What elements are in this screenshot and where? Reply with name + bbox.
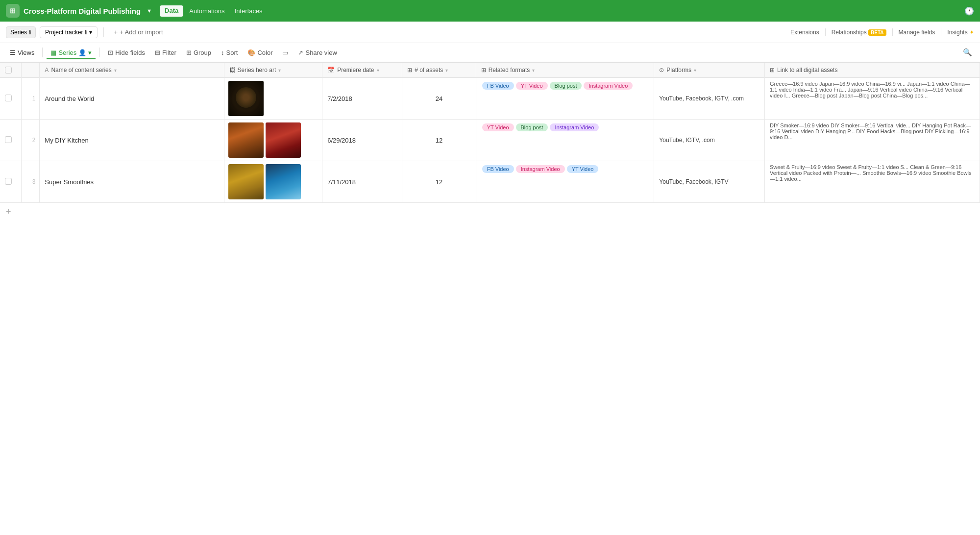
col-header-assets[interactable]: ⊞ # of assets ▾ [402, 63, 476, 78]
relationships-link[interactable]: Relationships BETA [832, 29, 886, 36]
search-button[interactable]: 🔍 [961, 46, 974, 59]
filter-icon: ⊟ [155, 49, 160, 56]
nav-automations-tab[interactable]: Automations [185, 5, 228, 17]
row-checkbox-cell [0, 78, 21, 120]
toolbar1: Series ℹ Project tracker ℹ ▾ + + Add or … [0, 22, 980, 43]
color-button[interactable]: 🎨 Color [244, 47, 276, 58]
name-col-sort[interactable]: ▾ [114, 68, 117, 73]
format-tag[interactable]: Instagram Video [584, 82, 633, 90]
date-col-sort[interactable]: ▾ [377, 68, 379, 73]
art-thumbnail[interactable] [266, 122, 301, 158]
row-checkbox[interactable] [5, 178, 12, 185]
nav-links: Data Automations Interfaces [156, 5, 267, 17]
platforms-col-sort[interactable]: ▾ [694, 68, 696, 73]
top-nav: ⊞ Cross-Platform Digital Publishing ▼ Da… [0, 0, 980, 22]
main-table: A Name of content series ▾ 🖼 Series hero… [0, 63, 980, 203]
format-tag[interactable]: Instagram Video [550, 123, 599, 131]
row-number-cell: 3 [21, 161, 40, 203]
filter-button[interactable]: ⊟ Filter [151, 47, 180, 58]
table-row[interactable]: 3Super Smoothies7/11/201812FB VideoInsta… [0, 161, 980, 203]
sort-button[interactable]: ↕ Sort [217, 47, 242, 58]
group-button[interactable]: ⊞ Group [182, 47, 215, 58]
art-thumbnail[interactable] [228, 81, 264, 116]
table-row[interactable]: 2My DIY Kitchen6/29/201812YT VideoBlog p… [0, 120, 980, 161]
format-tag[interactable]: YT Video [516, 82, 548, 90]
col-header-art[interactable]: 🖼 Series hero art ▾ [224, 63, 322, 78]
series-info-icon: ℹ [29, 29, 31, 36]
col-header-check[interactable] [0, 63, 21, 78]
manage-fields-link[interactable]: Manage fields [899, 29, 935, 36]
format-tag[interactable]: FB Video [482, 165, 514, 173]
col-header-platforms[interactable]: ⊙ Platforms ▾ [654, 63, 765, 78]
views-button[interactable]: ☰ Views [6, 47, 38, 58]
format-tag[interactable]: YT Video [482, 123, 514, 131]
project-tracker-info-icon: ℹ [85, 29, 87, 36]
toolbar1-divider [103, 27, 104, 37]
date-col-icon: 📅 [327, 67, 335, 73]
row-checkbox-cell [0, 120, 21, 161]
row-formats-cell: FB VideoInstagram VideoYT Video [476, 161, 654, 203]
row-name-cell[interactable]: Super Smoothies [40, 161, 224, 203]
col-header-links[interactable]: ⊞ Link to all digital assets [765, 63, 980, 78]
history-icon[interactable]: 🕐 [964, 6, 974, 16]
extensions-link[interactable]: Extensions [790, 29, 819, 36]
col-header-formats[interactable]: ⊞ Related formats ▾ [476, 63, 654, 78]
assets-col-sort[interactable]: ▾ [445, 68, 448, 73]
color-icon: 🎨 [247, 49, 255, 56]
row-links-cell: Greece—16:9 video Japan—16:9 video China… [765, 78, 980, 120]
row-height-button[interactable]: ▭ [278, 47, 292, 58]
project-tracker-dropdown-icon: ▾ [89, 29, 92, 36]
app-title: Cross-Platform Digital Publishing [24, 7, 141, 15]
nav-interfaces-tab[interactable]: Interfaces [231, 5, 267, 17]
share-view-button[interactable]: ↗ Share view [294, 47, 341, 58]
row-assets-cell: 24 [402, 78, 476, 120]
formats-col-sort[interactable]: ▾ [532, 68, 535, 73]
toolbar1-right: Extensions Relationships BETA Manage fie… [790, 28, 974, 36]
row-checkbox[interactable] [5, 136, 12, 143]
table-header-row: A Name of content series ▾ 🖼 Series hero… [0, 63, 980, 78]
art-col-sort[interactable]: ▾ [278, 68, 281, 73]
row-art-cell [224, 120, 322, 161]
add-row-button[interactable]: + [0, 203, 17, 221]
col-header-num [21, 63, 40, 78]
art-thumbnail[interactable] [266, 164, 301, 199]
format-tag[interactable]: Blog post [550, 82, 582, 90]
series-badge[interactable]: Series ℹ [6, 26, 36, 38]
assets-col-icon: ⊞ [407, 67, 412, 73]
row-height-icon: ▭ [282, 49, 288, 56]
col-header-date[interactable]: 📅 Premiere date ▾ [322, 63, 402, 78]
format-tag[interactable]: FB Video [482, 82, 514, 90]
hide-fields-icon: ⊡ [108, 49, 113, 56]
row-name-cell[interactable]: Around the World [40, 78, 224, 120]
add-or-import-button[interactable]: + + Add or import [110, 26, 167, 38]
tab-dropdown-icon: ▾ [88, 49, 92, 56]
row-name-cell[interactable]: My DIY Kitchen [40, 120, 224, 161]
row-formats-cell: YT VideoBlog postInstagram Video [476, 120, 654, 161]
beta-badge: BETA [868, 29, 886, 36]
art-thumbnail[interactable] [228, 122, 264, 158]
format-tag[interactable]: Instagram Video [516, 165, 565, 173]
hide-fields-button[interactable]: ⊡ Hide fields [104, 47, 149, 58]
row-assets-cell: 12 [402, 120, 476, 161]
art-thumbnail[interactable] [228, 164, 264, 199]
sort-icon: ↕ [221, 49, 224, 56]
insights-link[interactable]: Insights ✦ [947, 29, 974, 36]
toolbar2-sep2 [99, 48, 100, 57]
row-checkbox[interactable] [5, 95, 12, 101]
col-header-name[interactable]: A Name of content series ▾ [40, 63, 224, 78]
row-links-cell: Sweet & Fruity—16:9 video Sweet & Fruity… [765, 161, 980, 203]
format-tag[interactable]: YT Video [567, 165, 599, 173]
row-platforms-cell: YouTube, Facebook, IGTV [654, 161, 765, 203]
views-label: Views [18, 49, 34, 56]
series-view-tab[interactable]: ▦ Series 👤 ▾ [47, 47, 96, 59]
nav-data-tab[interactable]: Data [160, 5, 183, 17]
title-dropdown-icon[interactable]: ▼ [147, 8, 152, 14]
insights-star-icon: ✦ [969, 29, 974, 36]
header-checkbox[interactable] [5, 67, 12, 73]
project-tracker-button[interactable]: Project tracker ℹ ▾ [40, 26, 98, 38]
table-row[interactable]: 1Around the World7/2/201824FB VideoYT Vi… [0, 78, 980, 120]
row-assets-cell: 12 [402, 161, 476, 203]
app-logo[interactable]: ⊞ [6, 4, 20, 18]
row-number-cell: 2 [21, 120, 40, 161]
format-tag[interactable]: Blog post [516, 123, 548, 131]
